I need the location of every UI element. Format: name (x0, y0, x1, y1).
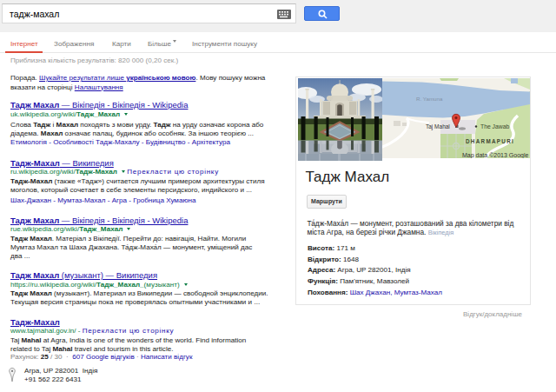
svg-text:DHARMAPURI: DHARMAPURI (466, 138, 514, 144)
svg-text:R. Yamuna: R. Yamuna (416, 96, 443, 102)
svg-text:The Jawab: The Jawab (480, 123, 509, 130)
svg-text:Taj Mahal: Taj Mahal (426, 123, 450, 130)
svg-text:Map data ©2013 Google: Map data ©2013 Google (462, 152, 528, 159)
